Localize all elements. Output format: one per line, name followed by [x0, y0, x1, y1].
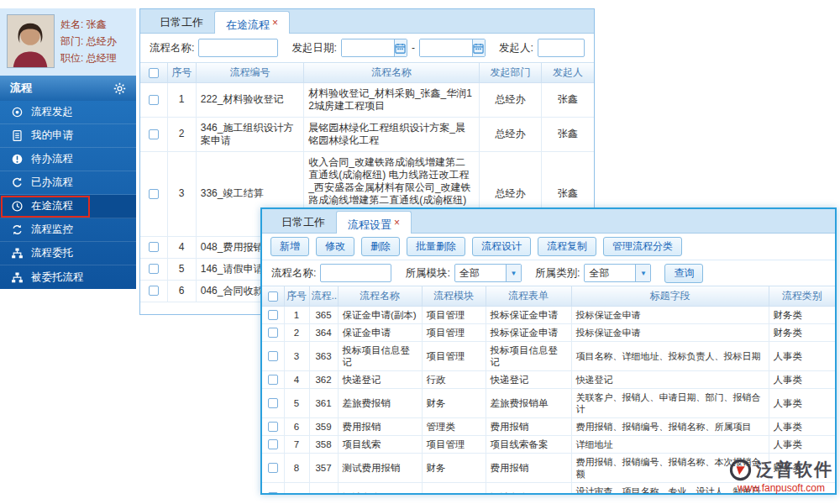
- date-from-input[interactable]: [341, 39, 407, 57]
- row-checkbox[interactable]: [268, 439, 278, 449]
- window1-tabbar: 日常工作 在途流程×: [140, 9, 594, 34]
- column-header-1[interactable]: 序号: [284, 286, 309, 306]
- broadcast-icon: [11, 106, 24, 118]
- user-info: 姓名: 张鑫 部门: 总经办 职位: 总经理: [55, 14, 117, 71]
- brand-url: www.fanpusoft.com: [738, 482, 825, 494]
- row-checkbox[interactable]: [149, 95, 159, 105]
- cell-code: 362: [309, 370, 338, 388]
- row-checkbox[interactable]: [149, 189, 159, 199]
- cell-form: 差旅费报销单: [486, 388, 571, 417]
- sidebar-item-label: 被委托流程: [31, 270, 84, 285]
- sidebar-item-label: 流程委托: [31, 246, 73, 260]
- tab-daily-work[interactable]: 日常工作: [149, 12, 214, 33]
- row-checkbox[interactable]: [268, 351, 278, 361]
- tab-in-transit[interactable]: 在途流程×: [214, 11, 290, 34]
- cell-code: 358: [309, 435, 338, 453]
- sidebar-item-6[interactable]: 流程监控: [0, 218, 136, 242]
- sidebar-item-7[interactable]: 流程委托: [0, 242, 136, 265]
- column-header-3[interactable]: 流程名称: [338, 286, 422, 306]
- sidebar-header: 流程: [0, 76, 136, 101]
- row-checkbox[interactable]: [149, 129, 159, 139]
- cell-name: 快递登记: [338, 370, 422, 388]
- cell-no: 2: [284, 323, 309, 341]
- column-header-5[interactable]: 流程表单: [486, 286, 571, 306]
- cell-no: 6: [167, 280, 196, 302]
- cell-no: 5: [167, 258, 196, 280]
- cell-form: 投标保证金申请: [486, 323, 571, 341]
- column-header-5[interactable]: 发起人: [542, 63, 594, 82]
- cell-category: 人事类: [769, 388, 835, 417]
- sidebar-item-5[interactable]: 在途流程: [0, 195, 136, 218]
- column-header-6[interactable]: 标题字段: [571, 286, 769, 306]
- toolbar-button-1[interactable]: 新增: [270, 237, 309, 256]
- column-header-2[interactable]: 流程...: [309, 286, 338, 306]
- tab-process-settings[interactable]: 流程设置×: [336, 211, 412, 234]
- tab-daily-work[interactable]: 日常工作: [270, 212, 336, 233]
- row-checkbox[interactable]: [268, 310, 278, 320]
- column-header-4[interactable]: 流程模块: [422, 286, 486, 306]
- row-checkbox[interactable]: [149, 286, 159, 296]
- gear-icon[interactable]: [113, 82, 126, 95]
- cell-no: 6: [284, 417, 309, 435]
- date-to-field[interactable]: [420, 39, 472, 56]
- toolbar-button-2[interactable]: 修改: [316, 237, 354, 256]
- row-checkbox[interactable]: [268, 398, 278, 408]
- row-checkbox[interactable]: [149, 242, 159, 252]
- toolbar-button-6[interactable]: 流程复制: [538, 237, 596, 256]
- toolbar-button-3[interactable]: 删除: [361, 237, 400, 256]
- sidebar-item-4[interactable]: 已办流程: [0, 171, 136, 195]
- column-header-3[interactable]: 流程名称: [304, 63, 480, 82]
- initiator-input[interactable]: [538, 39, 585, 57]
- column-header-4[interactable]: 发起部门: [479, 63, 541, 82]
- column-header-7[interactable]: 流程类别: [769, 286, 835, 306]
- row-checkbox[interactable]: [268, 492, 278, 495]
- cell-code: 356: [309, 482, 338, 495]
- query-button[interactable]: 查询: [664, 264, 703, 283]
- row-checkbox[interactable]: [268, 375, 278, 385]
- toolbar-button-5[interactable]: 流程设计: [472, 237, 531, 256]
- cell-form: 快递登记: [486, 370, 571, 388]
- user-photo: [7, 14, 55, 68]
- sidebar-item-label: 在途流程: [31, 199, 73, 213]
- window2-filters: 流程名称: 所属模块: 全部 ▼ 所属类别: 全部 ▼ 查询: [262, 260, 835, 286]
- cell-category: 财务类: [769, 323, 835, 341]
- row-checkbox[interactable]: [268, 422, 278, 432]
- select-all-checkbox[interactable]: [149, 68, 159, 78]
- select-all-checkbox[interactable]: [268, 291, 278, 302]
- date-to-input[interactable]: [419, 39, 486, 57]
- cell-module: 行政: [422, 370, 486, 388]
- close-icon[interactable]: ×: [394, 217, 400, 228]
- row-checkbox[interactable]: [149, 264, 159, 274]
- sidebar-item-2[interactable]: 我的申请: [0, 124, 136, 148]
- column-header-1[interactable]: 序号: [167, 63, 196, 82]
- sidebar-item-1[interactable]: 流程发起: [0, 101, 136, 124]
- cell-title: 投标保证金申请: [571, 323, 769, 341]
- chevron-down-icon[interactable]: ▼: [506, 265, 521, 281]
- column-header-2[interactable]: 流程编号: [196, 63, 303, 82]
- row-checkbox[interactable]: [268, 463, 278, 473]
- brand-row: 泛普软件: [729, 458, 833, 481]
- sidebar-item-3[interactable]: 待办流程: [0, 148, 136, 171]
- cell-module: 项目管理: [422, 306, 486, 323]
- sidebar-header-label: 流程: [10, 81, 32, 96]
- process-name-input[interactable]: [320, 264, 391, 282]
- cell-title: 关联客户、报销人、申请日期、部门、报销合计: [571, 388, 769, 417]
- sidebar-item-8[interactable]: 被委托流程: [0, 265, 136, 289]
- module-select[interactable]: 全部 ▼: [454, 264, 522, 282]
- sidebar-item-label: 已办流程: [31, 176, 73, 190]
- chevron-down-icon[interactable]: ▼: [635, 265, 650, 281]
- tab-label: 在途流程: [226, 18, 270, 31]
- cell-title: 快递登记: [571, 370, 769, 388]
- toolbar-button-4[interactable]: 批量删除: [407, 237, 465, 256]
- cell-code: 364: [309, 323, 338, 341]
- toolbar-button-7[interactable]: 管理流程分类: [603, 237, 682, 256]
- table-row: 1222_材料验收登记材料验收登记_材料采购_张鑫_华润12城房建工程项目总经办…: [140, 82, 594, 117]
- process-name-input[interactable]: [198, 39, 278, 57]
- calendar-icon[interactable]: [394, 39, 407, 56]
- category-select[interactable]: 全部 ▼: [584, 264, 651, 282]
- close-icon[interactable]: ×: [272, 17, 278, 29]
- row-checkbox[interactable]: [268, 328, 278, 338]
- cell-title: 投标保证金申请: [571, 306, 769, 323]
- date-from-field[interactable]: [342, 39, 394, 56]
- calendar-icon[interactable]: [472, 39, 485, 56]
